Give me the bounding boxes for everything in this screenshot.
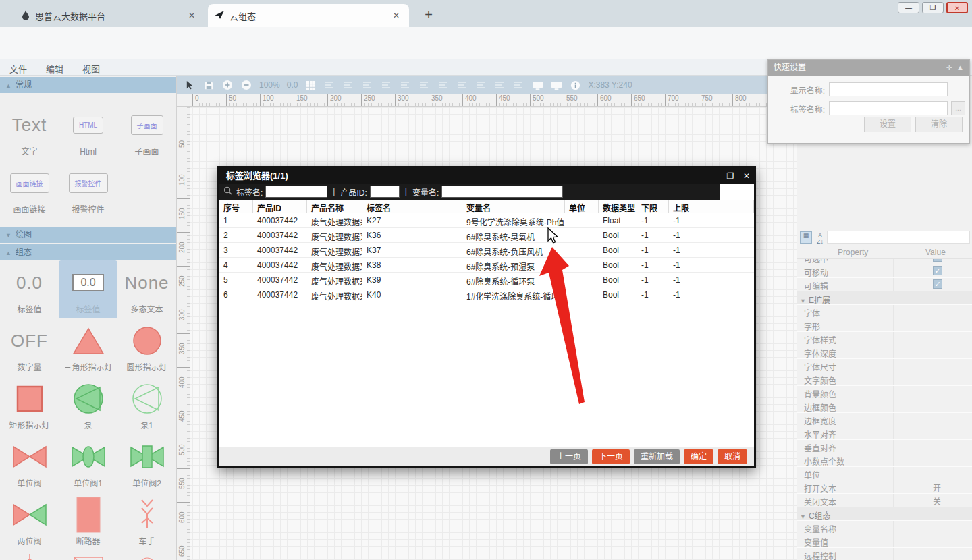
table-header-cell[interactable]: 序号 <box>219 200 253 213</box>
property-value[interactable] <box>893 521 972 534</box>
search-icon[interactable] <box>342 79 354 91</box>
copy-icon[interactable] <box>323 79 335 91</box>
dialog-maximize-icon[interactable]: ❐ <box>727 171 734 181</box>
align-center-icon[interactable] <box>380 79 392 91</box>
palette-item-单位阀1[interactable]: 单位阀1 <box>59 435 117 493</box>
property-value[interactable] <box>893 359 972 372</box>
property-value[interactable] <box>893 426 972 439</box>
property-value[interactable]: 关 <box>893 494 972 507</box>
palette-item-报警控件[interactable]: 报警控件报警控件 <box>59 161 117 219</box>
table-header-cell[interactable]: 数据类型 <box>599 200 637 213</box>
categorized-view-icon[interactable]: ▦ <box>800 231 812 244</box>
pause-icon[interactable] <box>512 79 524 91</box>
dialog-close-icon[interactable]: ✕ <box>743 171 750 181</box>
tab-close-icon[interactable]: ✕ <box>186 9 198 22</box>
table-header-cell[interactable]: 产品名称 <box>307 200 362 213</box>
align-middle-icon[interactable] <box>437 79 449 91</box>
zoom-out-icon[interactable] <box>240 79 252 91</box>
browser-tab-2[interactable]: 云组态 ✕ <box>208 4 409 27</box>
clear-button[interactable]: 清除 <box>915 117 963 132</box>
table-row[interactable]: 5400037442废气处理数据采K396#除臭系统-循环泵Bool-1-1 <box>219 273 754 287</box>
section-header-常规[interactable]: ▲常规 <box>0 77 176 93</box>
palette-item-三角形指示灯[interactable]: 三角形指示灯 <box>59 318 117 376</box>
checkbox-checked-icon[interactable]: ✓ <box>933 279 942 289</box>
align-left-icon[interactable] <box>361 79 373 91</box>
window-minimize-button[interactable]: — <box>898 2 919 13</box>
sort-az-icon[interactable]: AZ↓ <box>814 231 826 244</box>
property-value[interactable] <box>893 345 972 358</box>
menu-item-视图[interactable]: 视图 <box>73 59 109 75</box>
collapse-up-icon[interactable]: ▲ <box>956 63 964 72</box>
property-value[interactable] <box>893 453 972 466</box>
table-header-cell[interactable]: 单位 <box>565 200 599 213</box>
display-name-input[interactable] <box>829 82 948 96</box>
grid-icon[interactable] <box>304 79 317 91</box>
product-id-search-input[interactable] <box>370 186 400 198</box>
tag-name-input[interactable] <box>829 101 948 115</box>
distribute-h-icon[interactable] <box>475 79 487 91</box>
property-value[interactable] <box>893 332 972 345</box>
section-header-组态[interactable]: ▲组态 <box>0 244 176 260</box>
section-header-绘图[interactable]: ▼绘图 <box>0 227 176 243</box>
palette-item-标签值[interactable]: 0.0标签值 <box>0 260 59 318</box>
preview-icon[interactable] <box>531 79 543 91</box>
info-icon[interactable] <box>569 79 581 91</box>
property-value[interactable] <box>893 372 972 385</box>
palette-item-Html[interactable]: HTMLHtml <box>59 103 117 161</box>
palette-item-画面链接[interactable]: 画面链接画面链接 <box>0 161 59 219</box>
tag-name-search-input[interactable] <box>265 186 327 198</box>
下一页-button[interactable]: 下一页 <box>592 449 630 464</box>
align-bottom-icon[interactable] <box>456 79 468 91</box>
palette-item-标签值[interactable]: 0.0标签值 <box>59 260 117 318</box>
menu-item-文件[interactable]: 文件 <box>0 59 36 75</box>
checkbox-checked-icon[interactable]: ✓ <box>933 266 942 275</box>
browser-tab-1[interactable]: 思普云大数据平台 ✕ <box>15 4 205 27</box>
palette-item-单位阀[interactable]: 单位阀 <box>0 435 59 493</box>
zoom-in-icon[interactable] <box>221 79 234 91</box>
property-value[interactable] <box>893 534 972 547</box>
table-header-cell[interactable]: 变量名 <box>462 200 565 213</box>
重新加载-button[interactable]: 重新加载 <box>634 449 680 464</box>
property-value[interactable] <box>893 440 972 453</box>
property-value[interactable]: ✓ <box>893 264 972 277</box>
property-value[interactable]: ✓ <box>893 278 972 291</box>
property-value[interactable] <box>893 548 972 560</box>
palette-item-圆形指示灯[interactable]: 圆形指示灯 <box>117 318 176 376</box>
table-row[interactable]: 1400037442废气处理数据采K279号化学洗涤除臭系统-Ph值Float-… <box>219 213 754 228</box>
table-header-cell[interactable]: 标签名 <box>362 200 462 213</box>
new-tab-button[interactable]: + <box>420 7 437 24</box>
checkbox-checked-icon[interactable]: ✓ <box>933 259 942 262</box>
palette-item-逆变器[interactable]: ACDC逆变器 <box>59 551 117 560</box>
table-row[interactable]: 4400037442废气处理数据采K386#除臭系统-预湿泵Bool-1-1 <box>219 258 754 273</box>
align-top-icon[interactable] <box>418 79 430 91</box>
browse-tags-button[interactable]: ... <box>951 101 965 115</box>
set-button[interactable]: 设置 <box>864 117 911 132</box>
确定-button[interactable]: 确定 <box>684 449 713 464</box>
property-value[interactable] <box>893 318 972 331</box>
window-restore-button[interactable]: ❐ <box>922 2 944 13</box>
save-icon[interactable] <box>202 79 215 91</box>
property-value[interactable] <box>893 305 972 318</box>
menu-item-编辑[interactable]: 编辑 <box>36 59 73 75</box>
property-value[interactable]: ✓ <box>893 259 972 264</box>
property-value[interactable] <box>893 386 972 399</box>
preview2-icon[interactable] <box>550 79 562 91</box>
palette-item-文字[interactable]: Text文字 <box>0 103 59 161</box>
palette-item-刀闸[interactable]: 刀闸 <box>0 551 59 560</box>
window-close-button[interactable]: ✕ <box>946 2 968 13</box>
property-row-E扩展[interactable]: ▼E扩展 <box>797 291 972 305</box>
distribute-v-icon[interactable] <box>493 79 506 91</box>
table-row[interactable]: 6400037442废气处理数据采K401#化学洗涤除臭系统-循环泵Bool-1… <box>219 287 754 302</box>
property-value[interactable] <box>893 399 972 412</box>
align-right-icon[interactable] <box>399 79 411 91</box>
palette-item-RT[interactable]: RT <box>117 551 176 560</box>
property-row-C组态[interactable]: ▼C组态 <box>797 507 972 521</box>
palette-item-数字量[interactable]: OFF数字量 <box>0 318 59 376</box>
取消-button[interactable]: 取消 <box>718 449 747 464</box>
table-header-cell[interactable]: 上限 <box>669 200 709 213</box>
table-header-cell[interactable]: 产品ID <box>253 200 307 213</box>
tab-close-icon[interactable]: ✕ <box>390 9 402 22</box>
palette-item-两位阀[interactable]: 两位阀 <box>0 493 59 551</box>
上一页-button[interactable]: 上一页 <box>550 449 588 464</box>
palette-item-车手[interactable]: 车手 <box>117 493 176 551</box>
